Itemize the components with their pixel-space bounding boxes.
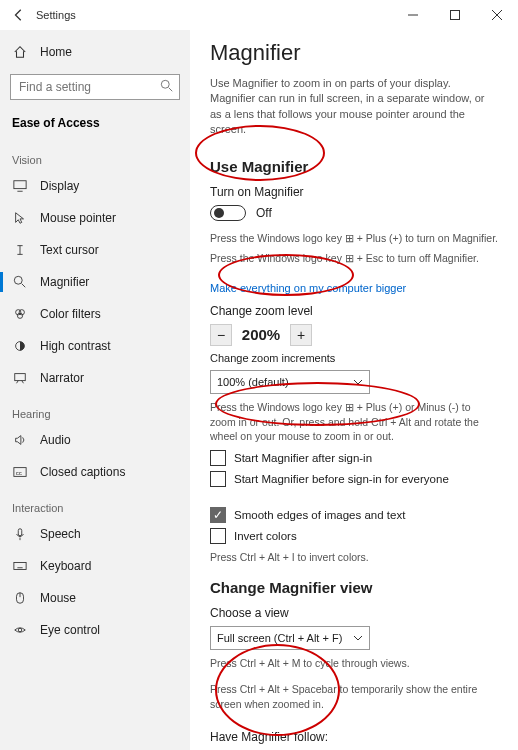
hint-turn-on: Press the Windows logo key ⊞ + Plus (+) …: [210, 231, 498, 246]
maximize-button[interactable]: [434, 0, 476, 30]
chk-start-before-signin-label: Start Magnifier before sign-in for every…: [234, 473, 449, 485]
chk-smooth-edges-label: Smooth edges of images and text: [234, 509, 405, 521]
nav-item-label: Eye control: [40, 623, 178, 637]
closed-captions-icon: cc: [12, 464, 28, 480]
svg-point-7: [14, 276, 22, 284]
nav-item-label: Audio: [40, 433, 178, 447]
group-header: Interaction: [0, 488, 190, 518]
back-button[interactable]: [12, 8, 26, 22]
nav-home[interactable]: Home: [0, 36, 190, 68]
nav-item-label: Speech: [40, 527, 178, 541]
svg-rect-17: [14, 563, 26, 570]
nav-item-label: Mouse pointer: [40, 211, 178, 225]
make-bigger-link[interactable]: Make everything on my computer bigger: [210, 282, 406, 294]
zoom-decrease-button[interactable]: −: [210, 324, 232, 346]
nav-item-speech[interactable]: Speech: [0, 518, 190, 550]
close-button[interactable]: [476, 0, 518, 30]
home-icon: [12, 44, 28, 60]
magnifier-toggle[interactable]: [210, 205, 246, 221]
display-icon: [12, 178, 28, 194]
hint-turn-off: Press the Windows logo key ⊞ + Esc to tu…: [210, 251, 498, 266]
nav-item-label: Text cursor: [40, 243, 178, 257]
turn-on-label: Turn on Magnifier: [210, 185, 498, 199]
view-select[interactable]: Full screen (Ctrl + Alt + F): [210, 626, 370, 650]
high-contrast-icon: [12, 338, 28, 354]
nav-item-label: Magnifier: [40, 275, 178, 289]
nav-item-label: Closed captions: [40, 465, 178, 479]
page-title: Magnifier: [210, 40, 498, 66]
nav-item-label: Color filters: [40, 307, 178, 321]
chk-start-after-signin-label: Start Magnifier after sign-in: [234, 452, 372, 464]
zoom-hint: Press the Windows logo key ⊞ + Plus (+) …: [210, 400, 498, 444]
search-input[interactable]: [10, 74, 180, 100]
nav-item-label: High contrast: [40, 339, 178, 353]
search-icon: [160, 79, 174, 97]
follow-label: Have Magnifier follow:: [210, 730, 498, 744]
chevron-down-icon: [353, 632, 363, 644]
nav-item-keyboard[interactable]: Keyboard: [0, 550, 190, 582]
svg-line-3: [169, 88, 173, 92]
nav-item-text-cursor[interactable]: Text cursor: [0, 234, 190, 266]
text-cursor-icon: [12, 242, 28, 258]
chk-invert-colors[interactable]: [210, 528, 226, 544]
nav-item-closed-captions[interactable]: ccClosed captions: [0, 456, 190, 488]
svg-line-8: [22, 284, 26, 288]
choose-view-label: Choose a view: [210, 606, 498, 620]
titlebar: Settings: [0, 0, 518, 30]
nav-item-mouse-pointer[interactable]: Mouse pointer: [0, 202, 190, 234]
group-header: Vision: [0, 140, 190, 170]
nav-item-mouse[interactable]: Mouse: [0, 582, 190, 614]
svg-rect-1: [451, 11, 460, 20]
app-title: Settings: [36, 9, 76, 21]
temp-hint: Press Ctrl + Alt + Spacebar to temporari…: [210, 682, 498, 711]
svg-point-24: [18, 628, 22, 632]
minimize-button[interactable]: [392, 0, 434, 30]
color-filters-icon: [12, 306, 28, 322]
chk-smooth-edges[interactable]: ✓: [210, 507, 226, 523]
svg-rect-16: [18, 529, 22, 536]
svg-rect-4: [14, 181, 26, 189]
chk-start-before-signin[interactable]: [210, 471, 226, 487]
increments-value: 100% (default): [217, 376, 289, 388]
use-magnifier-heading: Use Magnifier: [210, 158, 498, 175]
change-view-heading: Change Magnifier view: [210, 579, 498, 596]
nav-item-label: Display: [40, 179, 178, 193]
content: Magnifier Use Magnifier to zoom in on pa…: [190, 30, 518, 750]
increments-label: Change zoom increments: [210, 352, 498, 364]
nav-item-high-contrast[interactable]: High contrast: [0, 330, 190, 362]
nav-item-label: Mouse: [40, 591, 178, 605]
chevron-down-icon: [353, 376, 363, 388]
speech-icon: [12, 526, 28, 542]
invert-hint: Press Ctrl + Alt + I to invert colors.: [210, 550, 498, 565]
sidebar: Home Ease of Access VisionDisplayMouse p…: [0, 30, 190, 750]
view-select-value: Full screen (Ctrl + Alt + F): [217, 632, 342, 644]
increments-select[interactable]: 100% (default): [210, 370, 370, 394]
group-header: Hearing: [0, 394, 190, 424]
audio-icon: [12, 432, 28, 448]
nav-item-display[interactable]: Display: [0, 170, 190, 202]
nav-item-narrator[interactable]: Narrator: [0, 362, 190, 394]
chk-start-after-signin[interactable]: [210, 450, 226, 466]
narrator-icon: [12, 370, 28, 386]
chk-invert-colors-label: Invert colors: [234, 530, 297, 542]
nav-item-color-filters[interactable]: Color filters: [0, 298, 190, 330]
zoom-increase-button[interactable]: +: [290, 324, 312, 346]
category-header[interactable]: Ease of Access: [0, 110, 190, 140]
svg-point-2: [161, 80, 169, 88]
zoom-label: Change zoom level: [210, 304, 498, 318]
nav-item-audio[interactable]: Audio: [0, 424, 190, 456]
mouse-pointer-icon: [12, 210, 28, 226]
nav-item-magnifier[interactable]: Magnifier: [0, 266, 190, 298]
svg-rect-13: [15, 374, 26, 381]
zoom-value: 200%: [234, 326, 288, 343]
intro-text: Use Magnifier to zoom in on parts of you…: [210, 76, 498, 138]
magnifier-icon: [12, 274, 28, 290]
cycle-hint: Press Ctrl + Alt + M to cycle through vi…: [210, 656, 498, 671]
nav-item-eye-control[interactable]: Eye control: [0, 614, 190, 646]
mouse-icon: [12, 590, 28, 606]
nav-home-label: Home: [40, 45, 178, 59]
nav-item-label: Keyboard: [40, 559, 178, 573]
eye-control-icon: [12, 622, 28, 638]
nav-item-label: Narrator: [40, 371, 178, 385]
keyboard-icon: [12, 558, 28, 574]
